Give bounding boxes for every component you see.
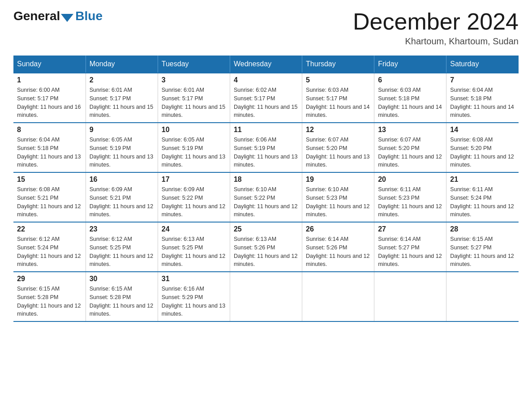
- day-number: 17: [162, 176, 226, 184]
- column-header-monday: Monday: [86, 56, 158, 73]
- day-number: 29: [17, 275, 82, 283]
- calendar-cell: 31 Sunrise: 6:16 AMSunset: 5:29 PMDaylig…: [158, 272, 230, 321]
- calendar-cell: 21 Sunrise: 6:11 AMSunset: 5:24 PMDaylig…: [446, 172, 519, 222]
- calendar-cell: 24 Sunrise: 6:13 AMSunset: 5:25 PMDaylig…: [158, 222, 230, 272]
- day-info: Sunrise: 6:08 AMSunset: 5:20 PMDaylight:…: [450, 137, 514, 168]
- column-header-thursday: Thursday: [302, 56, 374, 73]
- day-info: Sunrise: 6:15 AMSunset: 5:27 PMDaylight:…: [450, 236, 514, 267]
- calendar-cell: 17 Sunrise: 6:09 AMSunset: 5:22 PMDaylig…: [158, 172, 230, 222]
- calendar-cell: 1 Sunrise: 6:00 AMSunset: 5:17 PMDayligh…: [13, 73, 86, 123]
- day-number: 10: [162, 126, 226, 134]
- calendar-cell: 28 Sunrise: 6:15 AMSunset: 5:27 PMDaylig…: [446, 222, 519, 272]
- calendar-cell: [374, 272, 446, 321]
- calendar-cell: 5 Sunrise: 6:03 AMSunset: 5:17 PMDayligh…: [302, 73, 374, 123]
- calendar-cell: 13 Sunrise: 6:07 AMSunset: 5:20 PMDaylig…: [374, 123, 446, 172]
- column-header-sunday: Sunday: [13, 56, 86, 73]
- day-number: 6: [378, 76, 442, 84]
- day-number: 24: [162, 225, 226, 233]
- calendar-table: SundayMondayTuesdayWednesdayThursdayFrid…: [13, 56, 519, 322]
- day-info: Sunrise: 6:03 AMSunset: 5:18 PMDaylight:…: [378, 87, 442, 118]
- day-number: 4: [234, 76, 298, 84]
- calendar-cell: 15 Sunrise: 6:08 AMSunset: 5:21 PMDaylig…: [13, 172, 86, 222]
- day-info: Sunrise: 6:10 AMSunset: 5:23 PMDaylight:…: [306, 186, 369, 218]
- calendar-cell: 2 Sunrise: 6:01 AMSunset: 5:17 PMDayligh…: [86, 73, 158, 123]
- day-number: 22: [17, 225, 82, 233]
- title-section: December 2024 Khartoum, Khartoum, Sudan: [353, 9, 519, 47]
- calendar-cell: 11 Sunrise: 6:06 AMSunset: 5:19 PMDaylig…: [230, 123, 302, 172]
- calendar-cell: 6 Sunrise: 6:03 AMSunset: 5:18 PMDayligh…: [374, 73, 446, 123]
- day-number: 20: [378, 176, 442, 184]
- calendar-cell: 19 Sunrise: 6:10 AMSunset: 5:23 PMDaylig…: [302, 172, 374, 222]
- day-number: 18: [234, 176, 298, 184]
- calendar-cell: 9 Sunrise: 6:05 AMSunset: 5:19 PMDayligh…: [86, 123, 158, 172]
- calendar-cell: 10 Sunrise: 6:05 AMSunset: 5:19 PMDaylig…: [158, 123, 230, 172]
- day-info: Sunrise: 6:06 AMSunset: 5:19 PMDaylight:…: [234, 137, 297, 168]
- calendar-cell: 8 Sunrise: 6:04 AMSunset: 5:18 PMDayligh…: [13, 123, 86, 172]
- day-number: 3: [162, 76, 226, 84]
- day-info: Sunrise: 6:01 AMSunset: 5:17 PMDaylight:…: [90, 87, 153, 118]
- day-info: Sunrise: 6:16 AMSunset: 5:29 PMDaylight:…: [162, 286, 225, 317]
- calendar-cell: [230, 272, 302, 321]
- day-number: 14: [450, 126, 515, 134]
- calendar-cell: [302, 272, 374, 321]
- calendar-cell: 18 Sunrise: 6:10 AMSunset: 5:22 PMDaylig…: [230, 172, 302, 222]
- page-header: General Blue December 2024 Khartoum, Kha…: [13, 9, 519, 47]
- week-row-3: 15 Sunrise: 6:08 AMSunset: 5:21 PMDaylig…: [13, 172, 519, 222]
- month-title: December 2024: [353, 9, 519, 34]
- day-number: 27: [378, 225, 442, 233]
- column-header-tuesday: Tuesday: [158, 56, 230, 73]
- calendar-cell: 30 Sunrise: 6:15 AMSunset: 5:28 PMDaylig…: [86, 272, 158, 321]
- day-info: Sunrise: 6:09 AMSunset: 5:21 PMDaylight:…: [90, 186, 153, 218]
- day-number: 8: [17, 126, 82, 134]
- day-info: Sunrise: 6:04 AMSunset: 5:18 PMDaylight:…: [17, 137, 81, 168]
- day-info: Sunrise: 6:03 AMSunset: 5:17 PMDaylight:…: [306, 87, 369, 118]
- calendar-cell: 3 Sunrise: 6:01 AMSunset: 5:17 PMDayligh…: [158, 73, 230, 123]
- day-info: Sunrise: 6:11 AMSunset: 5:24 PMDaylight:…: [450, 186, 514, 218]
- day-info: Sunrise: 6:15 AMSunset: 5:28 PMDaylight:…: [90, 286, 153, 317]
- calendar-cell: 4 Sunrise: 6:02 AMSunset: 5:17 PMDayligh…: [230, 73, 302, 123]
- calendar-cell: 27 Sunrise: 6:14 AMSunset: 5:27 PMDaylig…: [374, 222, 446, 272]
- day-info: Sunrise: 6:00 AMSunset: 5:17 PMDaylight:…: [17, 87, 81, 118]
- calendar-cell: 7 Sunrise: 6:04 AMSunset: 5:18 PMDayligh…: [446, 73, 519, 123]
- day-number: 19: [306, 176, 370, 184]
- day-number: 9: [90, 126, 154, 134]
- week-row-2: 8 Sunrise: 6:04 AMSunset: 5:18 PMDayligh…: [13, 123, 519, 172]
- day-number: 30: [90, 275, 154, 283]
- day-info: Sunrise: 6:13 AMSunset: 5:26 PMDaylight:…: [234, 236, 297, 267]
- day-info: Sunrise: 6:10 AMSunset: 5:22 PMDaylight:…: [234, 186, 297, 218]
- calendar-cell: 12 Sunrise: 6:07 AMSunset: 5:20 PMDaylig…: [302, 123, 374, 172]
- day-number: 25: [234, 225, 298, 233]
- day-number: 28: [450, 225, 515, 233]
- calendar-cell: 20 Sunrise: 6:11 AMSunset: 5:23 PMDaylig…: [374, 172, 446, 222]
- column-header-saturday: Saturday: [446, 56, 519, 73]
- calendar-cell: 16 Sunrise: 6:09 AMSunset: 5:21 PMDaylig…: [86, 172, 158, 222]
- logo-blue-text: Blue: [75, 9, 103, 23]
- week-row-1: 1 Sunrise: 6:00 AMSunset: 5:17 PMDayligh…: [13, 73, 519, 123]
- day-number: 23: [90, 225, 154, 233]
- day-info: Sunrise: 6:05 AMSunset: 5:19 PMDaylight:…: [90, 137, 153, 168]
- week-row-4: 22 Sunrise: 6:12 AMSunset: 5:24 PMDaylig…: [13, 222, 519, 272]
- calendar-cell: 23 Sunrise: 6:12 AMSunset: 5:25 PMDaylig…: [86, 222, 158, 272]
- calendar-cell: 25 Sunrise: 6:13 AMSunset: 5:26 PMDaylig…: [230, 222, 302, 272]
- day-info: Sunrise: 6:15 AMSunset: 5:28 PMDaylight:…: [17, 286, 81, 317]
- day-info: Sunrise: 6:01 AMSunset: 5:17 PMDaylight:…: [162, 87, 225, 118]
- day-number: 21: [450, 176, 515, 184]
- day-number: 11: [234, 126, 298, 134]
- day-number: 16: [90, 176, 154, 184]
- day-number: 5: [306, 76, 370, 84]
- day-number: 2: [90, 76, 154, 84]
- day-info: Sunrise: 6:07 AMSunset: 5:20 PMDaylight:…: [306, 137, 369, 168]
- calendar-cell: 29 Sunrise: 6:15 AMSunset: 5:28 PMDaylig…: [13, 272, 86, 321]
- day-info: Sunrise: 6:12 AMSunset: 5:24 PMDaylight:…: [17, 236, 81, 267]
- week-row-5: 29 Sunrise: 6:15 AMSunset: 5:28 PMDaylig…: [13, 272, 519, 321]
- day-info: Sunrise: 6:12 AMSunset: 5:25 PMDaylight:…: [90, 236, 153, 267]
- day-info: Sunrise: 6:04 AMSunset: 5:18 PMDaylight:…: [450, 87, 514, 118]
- day-number: 26: [306, 225, 370, 233]
- calendar-cell: [446, 272, 519, 321]
- day-info: Sunrise: 6:05 AMSunset: 5:19 PMDaylight:…: [162, 137, 225, 168]
- calendar-cell: 14 Sunrise: 6:08 AMSunset: 5:20 PMDaylig…: [446, 123, 519, 172]
- day-number: 31: [162, 275, 226, 283]
- day-number: 12: [306, 126, 370, 134]
- location: Khartoum, Khartoum, Sudan: [353, 36, 519, 47]
- day-info: Sunrise: 6:13 AMSunset: 5:25 PMDaylight:…: [162, 236, 225, 267]
